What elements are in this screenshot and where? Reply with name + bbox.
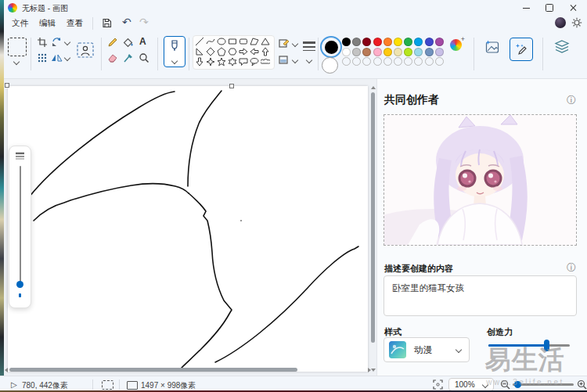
rotate-dropdown-chevron[interactable] [64,39,70,45]
layers-icon[interactable] [554,40,570,54]
maximize-button[interactable] [538,1,561,15]
zoom-slider[interactable] [513,383,574,386]
prompt-info-icon[interactable]: ⓘ [567,261,576,275]
flip-icon[interactable] [51,52,63,63]
fill-dropdown-chevron[interactable] [292,57,298,63]
canvas-resize-handle-left[interactable] [5,83,9,88]
zoom-slider-thumb[interactable] [514,381,521,388]
outline-dropdown-chevron[interactable] [292,41,298,47]
shape-polygon-icon[interactable] [249,36,260,46]
shape-callout-rect-icon[interactable] [238,56,249,67]
flip-dropdown-chevron[interactable] [64,55,70,61]
save-icon[interactable] [101,17,113,29]
image-creator-icon[interactable] [484,40,500,54]
undo-icon[interactable]: ↶ [122,16,131,28]
creativity-slider-thumb[interactable] [544,340,549,351]
stroke-width-icon[interactable] [302,41,316,52]
width-dropdown-chevron[interactable] [306,57,312,63]
vertical-scrollbar[interactable] [370,86,375,372]
minimize-button[interactable] [514,1,538,15]
generated-image[interactable] [384,114,577,246]
custom-color-slot[interactable] [425,57,434,66]
creativity-slider[interactable] [488,344,570,347]
account-avatar[interactable] [555,17,566,28]
palette-color-swatch[interactable] [373,48,382,56]
horizontal-scroll-thumb[interactable] [9,368,297,372]
scroll-up-arrow[interactable] [371,86,376,89]
style-dropdown[interactable]: 动漫 [384,337,470,362]
custom-color-slot[interactable] [414,57,423,66]
horizontal-scrollbar[interactable] [8,367,368,372]
shape-fill-icon[interactable] [279,55,290,65]
color1-swatch-selected[interactable] [320,36,342,58]
palette-color-swatch[interactable] [414,38,423,46]
color-picker-icon[interactable] [123,52,134,63]
palette-color-swatch[interactable] [435,48,444,56]
custom-color-slot[interactable] [373,57,382,66]
zoom-level-dropdown[interactable]: 100% [448,378,494,391]
palette-color-swatch[interactable] [404,48,412,56]
custom-color-slot[interactable] [394,57,402,66]
shape-pentagon-icon[interactable] [216,46,227,56]
shape-arrow-right-icon[interactable] [238,46,249,56]
palette-color-swatch[interactable] [362,48,371,56]
shape-diamond-icon[interactable] [205,46,216,56]
palette-color-swatch[interactable] [342,38,351,46]
close-button[interactable] [561,1,585,15]
palette-color-swatch[interactable] [425,38,434,46]
remove-background-icon[interactable] [77,42,94,58]
drawing-canvas[interactable] [8,86,368,372]
shape-arrow-left-icon[interactable] [249,46,260,56]
fill-tool-icon[interactable] [123,37,134,48]
custom-color-slot[interactable] [435,57,444,66]
custom-color-slot[interactable] [384,57,392,66]
brushes-button[interactable] [164,36,185,67]
select-dropdown-chevron[interactable] [13,59,20,65]
cocreator-button[interactable] [510,38,533,61]
scroll-right-arrow[interactable] [368,368,371,372]
shape-star4-icon[interactable] [205,56,216,67]
shape-star5-icon[interactable] [216,56,227,67]
palette-color-swatch[interactable] [425,48,434,56]
custom-color-slot[interactable] [352,57,361,66]
palette-color-swatch[interactable] [373,38,382,46]
shape-arrow-up-icon[interactable] [260,46,271,56]
shape-callout-cloud-icon[interactable] [260,56,271,67]
shape-rounded-rectangle-icon[interactable] [238,36,249,46]
palette-color-swatch[interactable] [362,38,371,46]
cocreator-info-icon[interactable]: ⓘ [567,94,576,107]
scroll-left-arrow[interactable] [5,368,8,372]
palette-color-swatch[interactable] [384,48,392,56]
scroll-down-arrow[interactable] [371,369,376,372]
shape-right-triangle-icon[interactable] [194,46,205,56]
palette-color-swatch[interactable] [404,38,412,46]
zoom-in-icon[interactable] [577,379,587,390]
resize-icon[interactable] [37,52,48,63]
menu-edit[interactable]: 编辑 [34,16,60,31]
edit-colors-icon[interactable]: + [450,39,462,51]
shape-arrow-down-icon[interactable] [194,56,205,67]
shape-ellipse-icon[interactable] [216,36,227,46]
brush-size-thumb[interactable] [16,281,23,288]
palette-color-swatch[interactable] [414,48,423,56]
menu-view[interactable]: 查看 [62,16,88,31]
shape-rectangle-icon[interactable] [227,36,238,46]
shape-curve-icon[interactable] [205,36,216,46]
canvas-resize-handle-top[interactable] [229,84,234,88]
shape-star6-icon[interactable] [227,56,238,67]
palette-color-swatch[interactable] [394,48,402,56]
magnifier-tool-icon[interactable] [139,52,149,63]
pencil-tool-icon[interactable] [107,37,118,48]
fit-to-window-icon[interactable] [433,379,443,390]
palette-color-swatch[interactable] [352,38,361,46]
crop-icon[interactable] [37,37,48,48]
color2-swatch[interactable] [322,57,338,74]
palette-color-swatch[interactable] [394,38,402,46]
shape-triangle-icon[interactable] [260,36,271,46]
palette-color-swatch[interactable] [342,48,351,56]
palette-color-swatch[interactable] [352,48,361,56]
custom-color-slot[interactable] [362,57,371,66]
gear-icon[interactable] [571,17,582,28]
palette-color-swatch[interactable] [435,38,444,46]
shape-outline-icon[interactable] [279,38,290,49]
